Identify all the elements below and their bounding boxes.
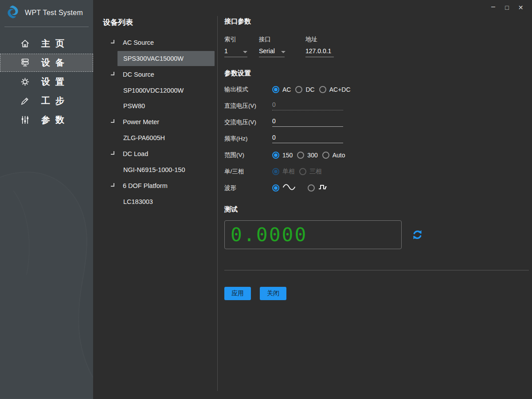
tree-expander-icon[interactable]	[111, 40, 114, 43]
tree-item-sps300vac15000w[interactable]: SPS300VAC15000W	[117, 51, 215, 66]
radio-dc[interactable]: DC	[295, 86, 314, 93]
radio-auto[interactable]: Auto	[322, 152, 345, 159]
section-divider	[224, 270, 529, 270]
app-header: WPT Test System	[0, 0, 93, 26]
radio-unchecked-disabled-icon	[299, 168, 306, 175]
radio-label: 三相	[309, 168, 322, 176]
radio-ac-dc[interactable]: AC+DC	[319, 86, 351, 93]
radio-ac[interactable]: AC	[272, 86, 291, 93]
close-button[interactable]: 关闭	[260, 287, 286, 300]
pencil-icon	[20, 96, 30, 106]
tree-group-dc-source[interactable]: DC Source	[93, 66, 217, 82]
output-mode-row: 输出模式 AC DC AC+DC	[224, 81, 532, 98]
tree-group-power-meter[interactable]: Power Meter	[93, 114, 217, 130]
radio-label: 150	[282, 152, 293, 159]
measurement-value: 0.0000	[231, 225, 307, 244]
tree-item-ngi-n6915[interactable]: NGI-N6915-1000-150	[117, 162, 215, 177]
phase-label: 单/三相	[224, 168, 272, 176]
radio-150[interactable]: 150	[272, 152, 293, 159]
radio-unchecked-icon	[297, 152, 304, 159]
range-label: 范围(V)	[224, 151, 272, 159]
index-label: 索引	[224, 35, 247, 43]
tree-item-psw80[interactable]: PSW80	[117, 98, 215, 113]
waveform-row: 波形	[224, 180, 532, 196]
tree-item-lc183003[interactable]: LC183003	[117, 194, 215, 209]
radio-checked-icon	[272, 152, 279, 159]
sidebar-item-label: 主页	[41, 38, 70, 50]
sidebar-item-settings[interactable]: 设置	[0, 73, 93, 91]
radio-square-wave[interactable]	[308, 184, 328, 192]
chevron-down-icon	[243, 51, 247, 53]
sidebar-item-params[interactable]: 参数	[0, 111, 93, 129]
tree-group-label: DC Load	[123, 150, 148, 157]
radio-unchecked-icon	[295, 86, 302, 93]
radio-three-phase: 三相	[299, 168, 322, 176]
ac-voltage-input[interactable]: 0	[272, 117, 343, 127]
radio-sine-wave[interactable]	[272, 184, 296, 192]
sidebar-item-label: 设备	[41, 57, 70, 69]
radio-label: Auto	[332, 152, 345, 159]
ac-voltage-label: 交流电压(V)	[224, 118, 272, 126]
radio-unchecked-icon	[308, 184, 315, 192]
address-input[interactable]: 127.0.0.1	[305, 47, 334, 57]
refresh-icon[interactable]	[411, 228, 424, 242]
sidebar-item-label: 设置	[41, 76, 70, 88]
radio-checked-icon	[272, 184, 279, 192]
gear-icon	[20, 77, 30, 87]
interface-field: 接口 Serial	[259, 35, 285, 57]
tree-item-label: PSW80	[123, 102, 145, 110]
index-dropdown[interactable]: 1	[224, 47, 247, 57]
radio-300[interactable]: 300	[297, 152, 317, 159]
device-list-title: 设备列表	[93, 0, 217, 27]
sidebar-item-steps[interactable]: 工步	[0, 92, 93, 110]
param-settings-form: 输出模式 AC DC AC+DC 直流电压(V) 0 交流	[224, 81, 532, 196]
main-panel: 接口参数 索引 1 接口 Serial 地址 127.0.0.1 参数设置 输出…	[218, 0, 532, 399]
tree-group-label: DC Source	[123, 71, 154, 78]
tree-group-ac-source[interactable]: AC Source	[93, 35, 217, 51]
interface-value: Serial	[259, 47, 275, 55]
test-title: 测试	[224, 205, 532, 214]
tree-group-6dof-platform[interactable]: 6 DOF Platform	[93, 178, 217, 194]
phase-row: 单/三相 单相 三相	[224, 163, 532, 180]
sidebar-item-home[interactable]: 主页	[0, 35, 93, 53]
waveform-radios	[272, 184, 328, 192]
radio-label: 300	[307, 152, 317, 159]
output-mode-radios: AC DC AC+DC	[272, 86, 351, 93]
radio-unchecked-icon	[319, 86, 326, 93]
address-field: 地址 127.0.0.1	[305, 35, 334, 57]
tree-item-sp1000vdc12000w[interactable]: SP1000VDC12000W	[117, 83, 215, 98]
app-title: WPT Test System	[25, 9, 83, 17]
tree-expander-icon[interactable]	[111, 72, 114, 75]
action-buttons: 应用 关闭	[224, 287, 532, 300]
radio-unchecked-icon	[322, 152, 329, 159]
chevron-down-icon	[281, 51, 286, 53]
tree-expander-icon[interactable]	[111, 183, 114, 187]
interface-dropdown[interactable]: Serial	[259, 47, 285, 57]
dc-voltage-input: 0	[272, 101, 343, 110]
sidebar-item-devices[interactable]: 设备	[0, 54, 93, 72]
tree-item-zlg-pa6005h[interactable]: ZLG-PA6005H	[117, 130, 215, 145]
tree-group-dc-load[interactable]: DC Load	[93, 146, 217, 162]
frequency-row: 频率(Hz) 0	[224, 130, 532, 147]
waveform-label: 波形	[224, 184, 272, 192]
radio-label: DC	[305, 86, 314, 93]
tree-group-label: AC Source	[123, 39, 154, 46]
sliders-icon	[20, 115, 30, 125]
radio-checked-disabled-icon	[272, 168, 279, 175]
tree-item-label: LC183003	[123, 198, 153, 205]
phase-radios: 单相 三相	[272, 168, 322, 176]
test-display-row: 0.0000	[224, 220, 532, 249]
tree-group-label: 6 DOF Platform	[123, 182, 168, 189]
dc-voltage-label: 直流电压(V)	[224, 102, 272, 110]
frequency-input[interactable]: 0	[272, 134, 343, 143]
radio-label: 单相	[282, 168, 295, 176]
tree-item-label: ZLG-PA6005H	[123, 134, 165, 141]
radio-checked-icon	[272, 86, 279, 93]
tree-expander-icon[interactable]	[111, 151, 114, 155]
apply-button[interactable]: 应用	[224, 287, 251, 300]
tree-item-label: NGI-N6915-1000-150	[123, 166, 185, 173]
radio-single-phase: 单相	[272, 168, 295, 176]
tree-expander-icon[interactable]	[111, 119, 114, 123]
sidebar-divider	[4, 27, 89, 27]
sine-wave-icon	[282, 184, 296, 192]
